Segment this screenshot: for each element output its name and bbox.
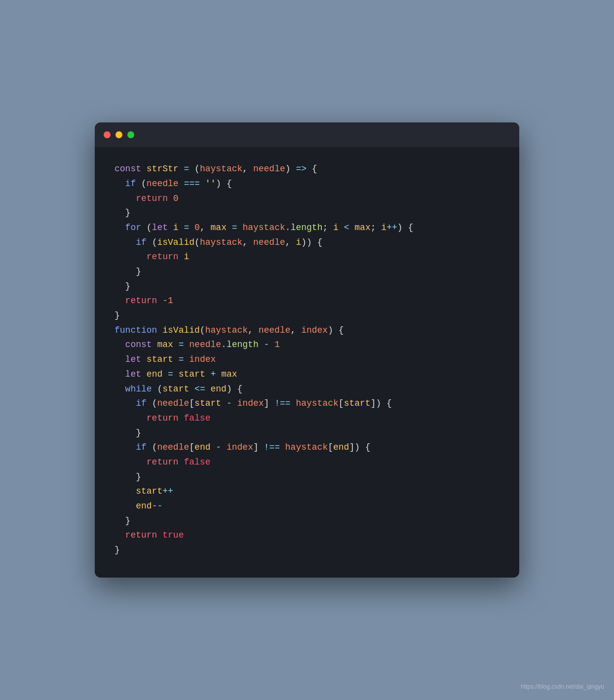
code-editor: const strStr = (haystack, needle) => { i…	[95, 147, 519, 578]
watermark: https://blog.csdn.net/dai_qingyu	[521, 683, 604, 690]
code-line: return false	[115, 455, 499, 470]
code-line: return false	[115, 411, 499, 426]
code-line: }	[115, 514, 499, 529]
code-line: }	[115, 543, 499, 558]
code-line: if (needle[start - index] !== haystack[s…	[115, 396, 499, 411]
code-line: for (let i = 0, max = haystack.length; i…	[115, 221, 499, 235]
code-line: const strStr = (haystack, needle) => {	[115, 162, 499, 177]
code-line: const max = needle.length - 1	[115, 338, 499, 352]
code-line: return 0	[115, 192, 499, 206]
code-line: function isValid(haystack, needle, index…	[115, 323, 499, 338]
code-line: return true	[115, 528, 499, 543]
code-line: if (needle[end - index] !== haystack[end…	[115, 440, 499, 455]
code-window: const strStr = (haystack, needle) => { i…	[95, 122, 519, 578]
code-line: return i	[115, 250, 499, 265]
code-line: }	[115, 470, 499, 485]
code-line: if (isValid(haystack, needle, i)) {	[115, 235, 499, 250]
code-line: start++	[115, 484, 499, 499]
code-line: while (start <= end) {	[115, 382, 499, 397]
maximize-dot[interactable]	[127, 131, 134, 138]
code-line: }	[115, 265, 499, 279]
code-line: }	[115, 206, 499, 221]
code-line: let start = index	[115, 352, 499, 367]
code-line: }	[115, 279, 499, 294]
code-line: }	[115, 426, 499, 441]
code-line: if (needle === '') {	[115, 177, 499, 192]
titlebar	[95, 122, 519, 147]
code-line: let end = start + max	[115, 367, 499, 382]
code-line: return -1	[115, 294, 499, 309]
code-line: end--	[115, 499, 499, 514]
close-dot[interactable]	[104, 131, 111, 138]
code-line: }	[115, 309, 499, 323]
minimize-dot[interactable]	[115, 131, 122, 138]
